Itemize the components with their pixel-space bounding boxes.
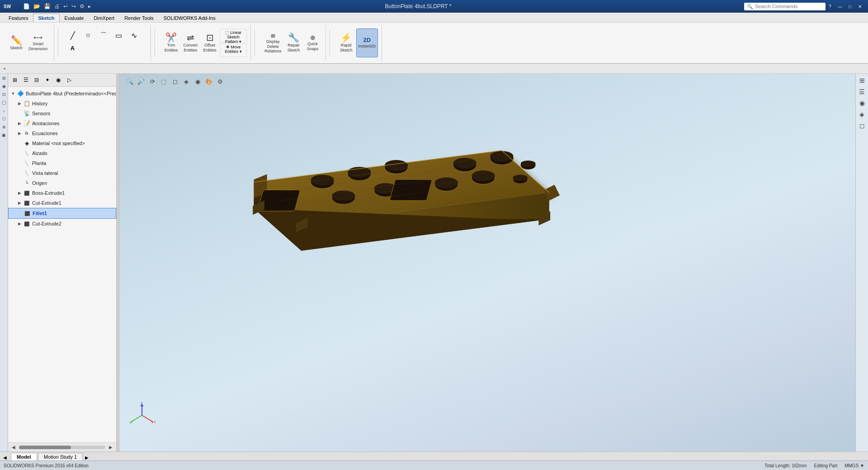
right-btn-realview[interactable]: ◻ <box>857 121 867 131</box>
rect-btn[interactable]: ▭ <box>112 30 126 42</box>
view-orient-btn[interactable]: 🔍 <box>125 76 135 86</box>
sketch-btn[interactable]: ✏️ Sketch <box>7 28 25 57</box>
tab-dimxpert[interactable]: DimXpert <box>89 14 119 22</box>
scroll-track[interactable] <box>19 446 105 449</box>
smart-dimension-btn[interactable]: ⟷ SmartDimension <box>26 28 50 57</box>
tree-boss-extrude1[interactable]: ▶ ⬛ Boss-Extrude1 <box>8 188 116 198</box>
offset-entities-btn[interactable]: ⊡ OffsetEntities <box>201 28 219 57</box>
view-zoom-btn[interactable]: 🔎 <box>136 76 146 86</box>
boss-extrude1-expand[interactable]: ▶ <box>16 190 23 196</box>
tab-model[interactable]: Model <box>11 453 37 461</box>
spline-btn[interactable]: ∿ <box>127 30 142 42</box>
tab-evaluate[interactable]: Evaluate <box>60 14 89 22</box>
cut-extrude2-expand[interactable]: ▶ <box>16 221 23 227</box>
sensors-icon: 📡 <box>23 109 31 118</box>
scroll-right[interactable]: ▶ <box>107 445 114 450</box>
tree-sensors[interactable]: ▶ 📡 Sensors <box>8 108 116 118</box>
tree-origen[interactable]: ▶ └ Origen <box>8 178 116 188</box>
ls-btn-6[interactable]: ⬡ <box>0 115 8 122</box>
ls-btn-7[interactable]: ⊕ <box>0 123 8 131</box>
convert-entities-btn[interactable]: ⇌ ConvertEntities <box>181 28 200 57</box>
rapid-sketch-btn[interactable]: ⚡ RapidSketch <box>337 28 355 57</box>
tree-vista-lateral[interactable]: ▶ ╲ Vista lateral <box>8 168 116 178</box>
tree-material[interactable]: ▶ ◈ Material <not specified> <box>8 138 116 148</box>
tab-scroll-left[interactable]: ◀ <box>2 454 8 461</box>
ls-btn-1[interactable]: ⊞ <box>0 75 8 82</box>
units-dropdown[interactable]: ▼ <box>860 463 864 468</box>
right-btn-view[interactable]: ⊞ <box>857 75 867 85</box>
right-btn-display[interactable]: ☰ <box>857 87 867 97</box>
repair-sketch-btn[interactable]: 🔧 RepairSketch <box>285 28 303 57</box>
redo-btn[interactable]: ↪ <box>70 2 77 10</box>
search-input[interactable] <box>755 4 818 9</box>
new-btn[interactable]: 📄 <box>22 2 31 10</box>
options-btn[interactable]: ⚙ <box>78 2 86 10</box>
ecuaciones-expand[interactable]: ▶ <box>16 130 23 136</box>
view-display-btn[interactable]: ◻ <box>170 76 180 86</box>
view-section-btn[interactable]: ⬚ <box>159 76 169 86</box>
tab-render[interactable]: Render Tools <box>119 14 159 22</box>
cut-extrude1-expand[interactable]: ▶ <box>16 200 23 206</box>
help-btn[interactable]: ? <box>826 3 835 10</box>
right-btn-scenes[interactable]: ◈ <box>857 109 867 119</box>
print-btn[interactable]: 🖨 <box>53 2 61 10</box>
panel-tool-6[interactable]: ▷ <box>64 75 74 85</box>
undo-btn[interactable]: ↩ <box>62 2 69 10</box>
open-btn[interactable]: 📂 <box>32 2 42 10</box>
quick-snaps-btn[interactable]: ⊕ QuickSnaps <box>304 28 322 57</box>
tree-fillet1[interactable]: ▶ ⬛ Fillet1 <box>8 208 116 219</box>
tree-ecuaciones[interactable]: ▶ fx Ecuaciones <box>8 128 116 138</box>
minimize-btn[interactable]: — <box>835 3 844 10</box>
viewport[interactable]: 🔍 🔎 ⟳ ⬚ ◻ ◈ ◉ 🎨 ⚙ <box>119 74 855 451</box>
root-expand[interactable]: ▼ <box>10 90 16 97</box>
tree-root[interactable]: ▼ 🔷 ButtonPlate 4but (Predeterminado<<Pr… <box>8 89 116 99</box>
ribbon-group-sketch: ✏️ Sketch ⟷ SmartDimension <box>4 25 54 61</box>
maximize-btn[interactable]: □ <box>845 3 854 10</box>
tab-addins[interactable]: SOLIDWORKS Add-Ins <box>159 14 221 22</box>
view-render-btn[interactable]: ◈ <box>181 76 191 86</box>
ls-btn-4[interactable]: ◯ <box>0 99 8 106</box>
tree-alzado[interactable]: ▶ ╲ Alzado <box>8 148 116 158</box>
panel-tool-5[interactable]: ◉ <box>53 75 63 85</box>
line-btn[interactable]: ╱ <box>66 30 80 42</box>
right-btn-appearance[interactable]: ◉ <box>857 98 867 108</box>
save-btn[interactable]: 💾 <box>42 2 52 10</box>
ls-btn-3[interactable]: ⊡ <box>0 91 8 98</box>
ls-btn-2[interactable]: ◉ <box>0 83 8 90</box>
tab-motion-study-1[interactable]: Motion Study 1 <box>38 453 83 461</box>
cut-extrude1-label: Cut-Extrude1 <box>32 200 61 206</box>
tree-planta[interactable]: ▶ ╲ Planta <box>8 158 116 168</box>
view-settings-btn[interactable]: ⚙ <box>215 76 225 86</box>
linear-pattern-btn[interactable]: ⬚ Linear Sketch Pattern ▾ <box>220 29 247 42</box>
panel-tool-4[interactable]: ✦ <box>42 75 52 85</box>
tree-cut-extrude1[interactable]: ▶ ⬛ Cut-Extrude1 <box>8 198 116 208</box>
expand-arrow[interactable]: ▸ <box>87 2 92 10</box>
tree-anotaciones[interactable]: ▶ 📝 Anotaciones <box>8 118 116 128</box>
history-expand[interactable]: ▶ <box>16 100 23 107</box>
tab-features[interactable]: Features <box>4 14 33 22</box>
close-btn[interactable]: ✕ <box>855 3 864 10</box>
text-btn[interactable]: A <box>66 43 80 56</box>
arc-btn[interactable]: ⌒ <box>96 30 111 42</box>
tree-history[interactable]: ▶ 📋 History <box>8 99 116 108</box>
view-rotate-btn[interactable]: ⟳ <box>147 76 157 86</box>
circle-btn[interactable]: ○ <box>81 30 95 42</box>
panel-tool-3[interactable]: ⊟ <box>32 75 42 85</box>
tree-cut-extrude2[interactable]: ▶ ⬛ Cut-Extrude2 <box>8 219 116 229</box>
ls-btn-8[interactable]: ▣ <box>0 132 8 139</box>
ls-btn-5[interactable]: ⬦ <box>0 107 8 114</box>
tab-sketch[interactable]: Sketch <box>33 14 59 22</box>
move-entities-btn[interactable]: ✥ Move Entities ▾ <box>220 43 247 57</box>
trim-entities-btn[interactable]: ✂️ TrimEntities <box>162 28 180 57</box>
display-delete-btn[interactable]: ≣ DisplayDeleteRelations <box>262 28 284 57</box>
panel-tool-2[interactable]: ☰ <box>21 75 31 85</box>
anotaciones-expand[interactable]: ▶ <box>16 120 23 127</box>
view-scene-btn[interactable]: 🎨 <box>204 76 214 86</box>
panel-tool-1[interactable]: ⊞ <box>10 75 20 85</box>
scroll-thumb[interactable] <box>19 446 71 449</box>
search-box[interactable]: 🔍 <box>744 3 826 10</box>
scroll-left[interactable]: ◀ <box>10 445 17 450</box>
view-light-btn[interactable]: ◉ <box>193 76 203 86</box>
instant2d-btn[interactable]: 2D Instant2D <box>356 28 378 57</box>
tab-scroll-right[interactable]: ▶ <box>84 454 90 461</box>
